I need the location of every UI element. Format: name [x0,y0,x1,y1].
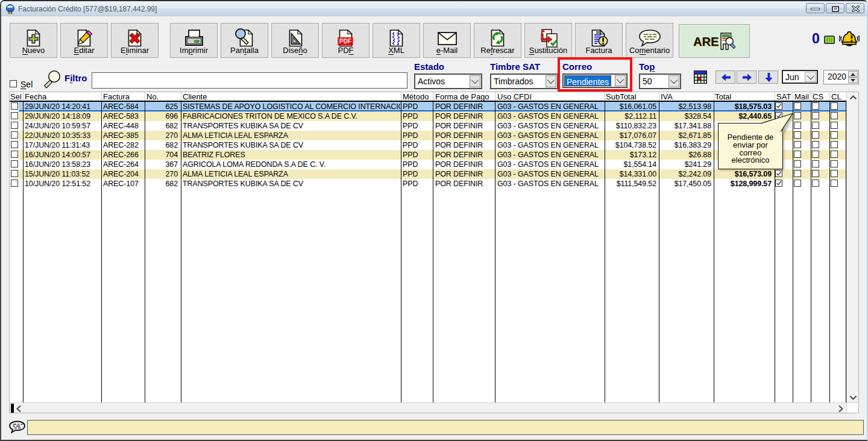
svg-text:PDF: PDF [339,38,351,45]
